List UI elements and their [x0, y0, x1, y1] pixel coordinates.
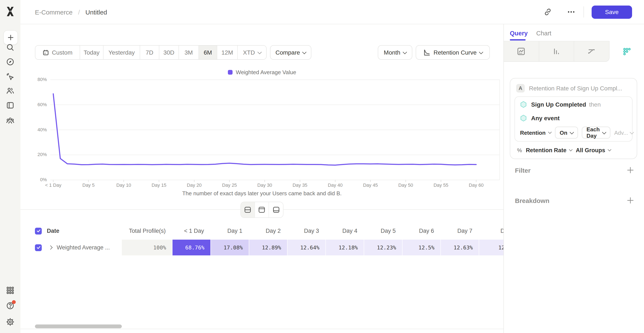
expand-row-chevron[interactable]: [48, 245, 52, 250]
column-header[interactable]: Total Profile(s): [122, 222, 172, 240]
funnels-report-button[interactable]: [539, 41, 574, 62]
table-cell: 12.89%: [249, 240, 287, 255]
x-tick-label: Day 50: [398, 182, 413, 188]
insights-report-button[interactable]: [504, 41, 539, 62]
row-checkbox[interactable]: [35, 244, 42, 251]
x-tick-label: Day 40: [328, 182, 343, 188]
users-icon[interactable]: [6, 87, 14, 95]
y-tick-label: 80%: [28, 77, 47, 82]
table-cell: 12.63%: [441, 240, 479, 255]
compass-icon[interactable]: [6, 58, 14, 66]
retention-curve-icon: [423, 49, 430, 56]
table-cell: 12.18%: [326, 240, 364, 255]
range-6m-button-selected[interactable]: 6M: [199, 46, 217, 59]
chart-only-view-toggle[interactable]: [255, 202, 269, 217]
range-custom-button[interactable]: Custom: [35, 46, 80, 59]
add-filter-button[interactable]: [627, 167, 634, 174]
chart-legend-item[interactable]: Weighted Average Value: [20, 69, 504, 76]
column-header[interactable]: Day 6: [402, 222, 440, 240]
breadcrumb-separator: /: [78, 8, 80, 16]
notification-dot: [12, 300, 16, 304]
column-header[interactable]: < 1 Day: [172, 222, 210, 240]
more-options-icon[interactable]: [566, 7, 576, 17]
breadcrumb: E-Commerce / Untitled: [35, 8, 107, 16]
measure-dropdown[interactable]: Retention Rate: [526, 147, 572, 153]
tab-query[interactable]: Query: [510, 30, 528, 37]
horizontal-scrollbar-thumb[interactable]: [35, 324, 122, 328]
range-xtd-dropdown[interactable]: XTD: [238, 46, 266, 59]
split-view-toggle[interactable]: [241, 202, 255, 217]
search-icon[interactable]: [6, 43, 14, 52]
x-tick-label: Day 25: [222, 182, 237, 188]
column-header[interactable]: Day 5: [364, 222, 402, 240]
table-header-label-col: Date: [35, 222, 122, 240]
report-canvas: Custom Today Yesterday 7D 30D 3M 6M 12M …: [20, 25, 504, 333]
column-header[interactable]: Day 1: [210, 222, 248, 240]
report-type-row: [504, 41, 644, 62]
x-tick-label: Day 15: [152, 182, 166, 188]
top-bar: E-Commerce / Untitled Save: [20, 0, 644, 24]
create-button[interactable]: [4, 30, 18, 45]
add-breakdown-button[interactable]: [627, 197, 634, 204]
column-header[interactable]: Day 4: [326, 222, 363, 240]
range-7d-button[interactable]: 7D: [140, 46, 159, 59]
breadcrumb-project[interactable]: E-Commerce: [35, 8, 72, 16]
cohorts-icon[interactable]: [6, 116, 14, 125]
help-icon[interactable]: [6, 301, 14, 310]
range-yesterday-button[interactable]: Yesterday: [104, 46, 140, 59]
granularity-dropdown[interactable]: Month: [378, 45, 412, 60]
each-day-dropdown[interactable]: Each Day: [582, 127, 610, 139]
settings-gear-icon[interactable]: [6, 318, 14, 326]
first-event-row[interactable]: Sign Up Completed then: [515, 98, 632, 111]
column-header[interactable]: Day 2: [249, 222, 287, 240]
chart-plot-area: [20, 77, 504, 183]
measurement-row: % Retention Rate All Groups: [510, 142, 637, 159]
range-30d-button[interactable]: 30D: [159, 46, 179, 59]
x-tick-label: Day 35: [292, 182, 308, 188]
flows-report-button[interactable]: [574, 41, 609, 62]
layout-toggle-group: [240, 202, 284, 218]
table-row-label-col: Weighted Average ...: [35, 240, 122, 255]
date-controls-row: Custom Today Yesterday 7D 30D 3M 6M 12M …: [35, 45, 490, 60]
groups-dropdown[interactable]: All Groups: [576, 147, 611, 153]
column-header[interactable]: Day 7: [440, 222, 478, 240]
on-dropdown[interactable]: On: [555, 127, 578, 139]
table-cell-clipped: 12.: [479, 240, 504, 255]
chevron-down-icon: [479, 50, 483, 54]
chevron-down-icon: [302, 50, 307, 54]
query-step-header[interactable]: A Retention Rate of Sign Up Compl...: [516, 84, 631, 93]
boards-icon[interactable]: [6, 101, 14, 110]
chevron-down-icon: [403, 50, 407, 54]
retention-report-button-selected[interactable]: [609, 41, 644, 62]
select-all-checkbox[interactable]: [35, 227, 42, 234]
chart-controls: Month Retention Curve: [378, 45, 490, 60]
chart-type-dropdown[interactable]: Retention Curve: [416, 45, 490, 60]
save-button[interactable]: Save: [592, 5, 632, 19]
tab-chart[interactable]: Chart: [536, 30, 551, 37]
compare-dropdown[interactable]: Compare: [270, 45, 311, 60]
topbar-actions: Save: [543, 5, 632, 19]
range-12m-button[interactable]: 12M: [217, 46, 238, 59]
retention-type-dropdown[interactable]: Retention: [520, 129, 551, 136]
breakdown-section: Breakdown: [515, 195, 634, 205]
second-event-row[interactable]: Any event: [515, 111, 632, 125]
mixpanel-logo[interactable]: [6, 7, 15, 17]
table-cell-total: 100%: [122, 240, 172, 255]
column-header-clipped[interactable]: D: [479, 222, 504, 240]
cursor-click-icon[interactable]: [6, 73, 14, 81]
breadcrumb-report-name[interactable]: Untitled: [86, 8, 107, 16]
range-today-button[interactable]: Today: [80, 46, 104, 59]
event-hexagon-icon: [520, 115, 527, 122]
advanced-dropdown[interactable]: Adv...: [614, 129, 634, 136]
step-title: Retention Rate of Sign Up Compl...: [529, 85, 622, 92]
left-sidebar: [0, 0, 20, 333]
percent-icon: %: [517, 147, 522, 153]
apps-grid-icon[interactable]: [6, 286, 14, 295]
column-header-date[interactable]: Date: [47, 222, 60, 240]
copy-link-icon[interactable]: [543, 7, 552, 17]
table-only-view-toggle[interactable]: [269, 202, 283, 217]
y-tick-label: 40%: [28, 127, 47, 132]
column-header[interactable]: Day 3: [287, 222, 325, 240]
range-3m-button[interactable]: 3M: [179, 46, 199, 59]
chevron-down-icon: [630, 130, 634, 134]
